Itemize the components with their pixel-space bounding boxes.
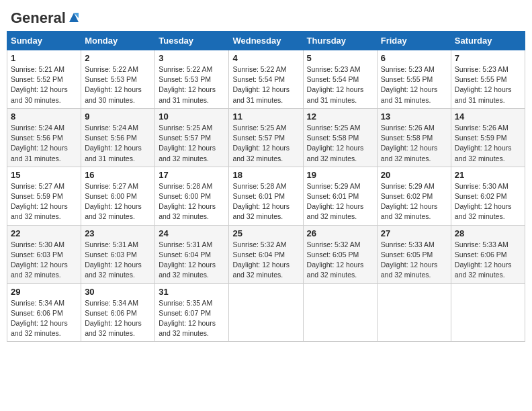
logo: General (11, 9, 81, 23)
calendar-cell: 21 Sunrise: 5:30 AMSunset: 6:02 PMDaylig… (451, 167, 525, 225)
calendar-cell: 13 Sunrise: 5:26 AMSunset: 5:58 PMDaylig… (377, 108, 451, 167)
day-info: Sunrise: 5:27 AMSunset: 5:59 PMDaylight:… (11, 182, 68, 221)
day-info: Sunrise: 5:28 AMSunset: 6:00 PMDaylight:… (159, 182, 216, 221)
day-number: 28 (455, 228, 521, 238)
day-number: 13 (381, 111, 447, 122)
day-number: 18 (232, 170, 299, 180)
calendar-cell: 1 Sunrise: 5:21 AMSunset: 5:52 PMDayligh… (7, 50, 81, 109)
day-info: Sunrise: 5:25 AMSunset: 5:57 PMDaylight:… (159, 124, 216, 163)
calendar-cell: 4 Sunrise: 5:22 AMSunset: 5:54 PMDayligh… (229, 50, 303, 109)
page-header: General (7, 7, 525, 26)
day-info: Sunrise: 5:34 AMSunset: 6:06 PMDaylight:… (11, 299, 68, 338)
day-info: Sunrise: 5:23 AMSunset: 5:55 PMDaylight:… (381, 65, 438, 104)
day-info: Sunrise: 5:24 AMSunset: 5:56 PMDaylight:… (11, 124, 68, 163)
logo-text-general: General (11, 9, 66, 27)
day-number: 20 (381, 170, 447, 180)
calendar-cell: 14 Sunrise: 5:26 AMSunset: 5:59 PMDaylig… (451, 108, 525, 167)
calendar-cell (229, 283, 303, 342)
day-info: Sunrise: 5:24 AMSunset: 5:56 PMDaylight:… (85, 124, 142, 163)
day-number: 17 (159, 170, 225, 180)
calendar-cell (377, 283, 451, 342)
day-info: Sunrise: 5:33 AMSunset: 6:06 PMDaylight:… (455, 240, 512, 279)
calendar-cell: 22 Sunrise: 5:30 AMSunset: 6:03 PMDaylig… (7, 225, 81, 283)
calendar-cell: 6 Sunrise: 5:23 AMSunset: 5:55 PMDayligh… (377, 50, 451, 109)
day-number: 31 (159, 287, 225, 297)
calendar-week-row: 1 Sunrise: 5:21 AMSunset: 5:52 PMDayligh… (7, 50, 525, 109)
day-number: 4 (232, 53, 299, 63)
calendar-cell: 29 Sunrise: 5:34 AMSunset: 6:06 PMDaylig… (7, 283, 81, 342)
column-header-friday: Friday (377, 32, 451, 50)
day-number: 30 (85, 287, 151, 297)
day-info: Sunrise: 5:33 AMSunset: 6:05 PMDaylight:… (381, 240, 438, 279)
calendar-cell: 26 Sunrise: 5:32 AMSunset: 6:05 PMDaylig… (303, 225, 377, 283)
day-info: Sunrise: 5:22 AMSunset: 5:53 PMDaylight:… (85, 65, 142, 104)
calendar-cell: 16 Sunrise: 5:27 AMSunset: 6:00 PMDaylig… (81, 167, 155, 225)
day-info: Sunrise: 5:28 AMSunset: 6:01 PMDaylight:… (232, 182, 290, 221)
day-info: Sunrise: 5:29 AMSunset: 6:02 PMDaylight:… (381, 182, 438, 221)
day-info: Sunrise: 5:25 AMSunset: 5:58 PMDaylight:… (307, 124, 364, 163)
day-number: 10 (159, 111, 225, 122)
day-info: Sunrise: 5:35 AMSunset: 6:07 PMDaylight:… (159, 299, 216, 338)
day-number: 23 (85, 228, 151, 238)
calendar-cell: 3 Sunrise: 5:22 AMSunset: 5:53 PMDayligh… (155, 50, 229, 109)
column-header-sunday: Sunday (7, 32, 81, 50)
calendar-cell: 28 Sunrise: 5:33 AMSunset: 6:06 PMDaylig… (451, 225, 525, 283)
day-info: Sunrise: 5:34 AMSunset: 6:06 PMDaylight:… (85, 299, 142, 338)
column-header-saturday: Saturday (451, 32, 525, 50)
day-info: Sunrise: 5:23 AMSunset: 5:55 PMDaylight:… (455, 65, 512, 104)
day-number: 15 (11, 170, 77, 180)
column-header-monday: Monday (81, 32, 155, 50)
day-number: 21 (455, 170, 521, 180)
day-info: Sunrise: 5:30 AMSunset: 6:03 PMDaylight:… (11, 240, 68, 279)
day-info: Sunrise: 5:22 AMSunset: 5:54 PMDaylight:… (232, 65, 290, 104)
column-header-thursday: Thursday (303, 32, 377, 50)
day-number: 26 (307, 228, 373, 238)
calendar-week-row: 15 Sunrise: 5:27 AMSunset: 5:59 PMDaylig… (7, 167, 525, 225)
day-info: Sunrise: 5:21 AMSunset: 5:52 PMDaylight:… (11, 65, 68, 104)
logo-icon (66, 10, 81, 25)
day-number: 22 (11, 228, 77, 238)
calendar-cell: 30 Sunrise: 5:34 AMSunset: 6:06 PMDaylig… (81, 283, 155, 342)
day-info: Sunrise: 5:31 AMSunset: 6:03 PMDaylight:… (85, 240, 142, 279)
calendar-cell: 25 Sunrise: 5:32 AMSunset: 6:04 PMDaylig… (229, 225, 303, 283)
day-number: 1 (11, 53, 77, 63)
calendar-cell: 7 Sunrise: 5:23 AMSunset: 5:55 PMDayligh… (451, 50, 525, 109)
day-info: Sunrise: 5:32 AMSunset: 6:05 PMDaylight:… (307, 240, 364, 279)
calendar-header-row: SundayMondayTuesdayWednesdayThursdayFrid… (7, 32, 525, 50)
day-info: Sunrise: 5:26 AMSunset: 5:59 PMDaylight:… (455, 124, 512, 163)
day-info: Sunrise: 5:30 AMSunset: 6:02 PMDaylight:… (455, 182, 512, 221)
calendar-cell: 24 Sunrise: 5:31 AMSunset: 6:04 PMDaylig… (155, 225, 229, 283)
column-header-wednesday: Wednesday (229, 32, 303, 50)
day-number: 8 (11, 111, 77, 122)
day-number: 29 (11, 287, 77, 297)
calendar-cell: 31 Sunrise: 5:35 AMSunset: 6:07 PMDaylig… (155, 283, 229, 342)
calendar-cell: 10 Sunrise: 5:25 AMSunset: 5:57 PMDaylig… (155, 108, 229, 167)
column-header-tuesday: Tuesday (155, 32, 229, 50)
calendar-cell: 23 Sunrise: 5:31 AMSunset: 6:03 PMDaylig… (81, 225, 155, 283)
calendar-table: SundayMondayTuesdayWednesdayThursdayFrid… (7, 31, 525, 342)
calendar-cell: 27 Sunrise: 5:33 AMSunset: 6:05 PMDaylig… (377, 225, 451, 283)
calendar-cell (303, 283, 377, 342)
calendar-week-row: 29 Sunrise: 5:34 AMSunset: 6:06 PMDaylig… (7, 283, 525, 342)
calendar-cell: 5 Sunrise: 5:23 AMSunset: 5:54 PMDayligh… (303, 50, 377, 109)
calendar-cell: 9 Sunrise: 5:24 AMSunset: 5:56 PMDayligh… (81, 108, 155, 167)
calendar-cell: 2 Sunrise: 5:22 AMSunset: 5:53 PMDayligh… (81, 50, 155, 109)
day-number: 14 (455, 111, 521, 122)
day-number: 9 (85, 111, 151, 122)
day-number: 2 (85, 53, 151, 63)
calendar-cell: 20 Sunrise: 5:29 AMSunset: 6:02 PMDaylig… (377, 167, 451, 225)
calendar-cell: 18 Sunrise: 5:28 AMSunset: 6:01 PMDaylig… (229, 167, 303, 225)
calendar-week-row: 8 Sunrise: 5:24 AMSunset: 5:56 PMDayligh… (7, 108, 525, 167)
day-info: Sunrise: 5:29 AMSunset: 6:01 PMDaylight:… (307, 182, 364, 221)
calendar-week-row: 22 Sunrise: 5:30 AMSunset: 6:03 PMDaylig… (7, 225, 525, 283)
day-info: Sunrise: 5:32 AMSunset: 6:04 PMDaylight:… (232, 240, 290, 279)
day-number: 7 (455, 53, 521, 63)
calendar-cell: 17 Sunrise: 5:28 AMSunset: 6:00 PMDaylig… (155, 167, 229, 225)
calendar-cell: 15 Sunrise: 5:27 AMSunset: 5:59 PMDaylig… (7, 167, 81, 225)
day-number: 27 (381, 228, 447, 238)
calendar-cell (451, 283, 525, 342)
day-info: Sunrise: 5:31 AMSunset: 6:04 PMDaylight:… (159, 240, 216, 279)
day-number: 3 (159, 53, 225, 63)
day-number: 6 (381, 53, 447, 63)
day-number: 24 (159, 228, 225, 238)
